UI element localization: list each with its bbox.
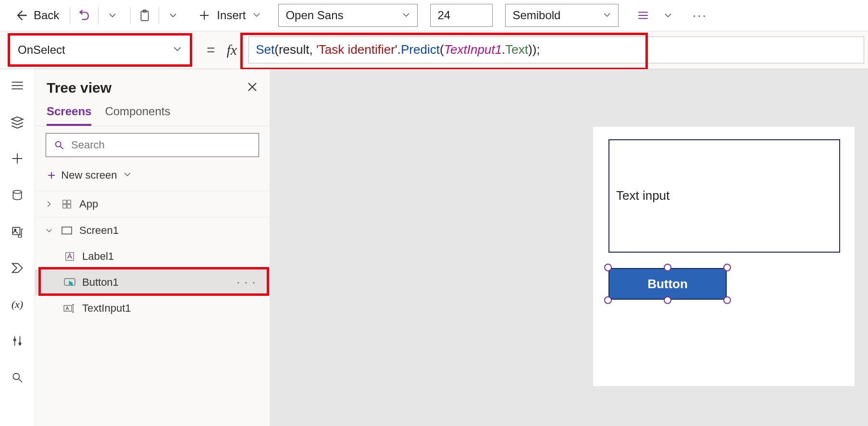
svg-rect-8 <box>67 200 71 204</box>
new-screen-button[interactable]: + New screen <box>35 164 270 191</box>
search-rail-button[interactable] <box>8 368 27 387</box>
node-more-button[interactable]: · · · <box>236 276 256 289</box>
chevron-down-icon <box>173 43 182 57</box>
chevron-down-icon <box>123 169 132 182</box>
tree-node-label: Button1 <box>82 276 119 289</box>
formula-bar: OnSelect = fx Set(result, 'Task identifi… <box>0 31 868 69</box>
svg-rect-10 <box>67 205 71 208</box>
align-dropdown[interactable] <box>660 7 676 24</box>
svg-point-6 <box>56 142 61 147</box>
tree-node-app[interactable]: App <box>35 191 270 217</box>
tree-node-screen1[interactable]: Screen1 <box>35 217 270 243</box>
font-weight-select[interactable]: Semibold <box>505 4 619 27</box>
tree-view-panel: Tree view Screens Components + New scree… <box>35 69 270 426</box>
back-button[interactable]: Back <box>10 6 64 25</box>
tree-search[interactable] <box>46 133 259 157</box>
ellipsis-icon: ··· <box>693 8 707 23</box>
button-label: Button <box>647 277 688 292</box>
canvas-button[interactable]: Button <box>608 268 727 300</box>
back-label: Back <box>34 9 59 22</box>
font-size-value: 24 <box>437 9 450 22</box>
tree-title: Tree view <box>47 80 112 96</box>
property-selector[interactable]: OnSelect <box>9 34 191 66</box>
svg-rect-3 <box>12 227 20 234</box>
canvas-screen[interactable]: Text input Button <box>593 127 855 386</box>
plus-icon: + <box>48 168 55 183</box>
tree-view-button[interactable] <box>8 112 27 132</box>
undo-button[interactable] <box>76 7 92 24</box>
divider <box>159 7 159 24</box>
tree-node-label: Label1 <box>82 250 114 263</box>
svg-rect-7 <box>63 200 66 204</box>
arrow-left-icon <box>14 9 28 22</box>
fx-icon[interactable]: fx <box>227 42 237 58</box>
label-icon <box>63 251 76 262</box>
canvas-button-selection[interactable]: Button <box>608 268 727 300</box>
resize-handle-tr[interactable] <box>723 264 731 271</box>
svg-rect-9 <box>63 205 66 208</box>
hamburger-button[interactable] <box>8 76 27 95</box>
chevron-down-icon <box>252 9 261 22</box>
divider <box>130 7 131 24</box>
paste-button[interactable] <box>136 7 153 24</box>
main-area: (x) Tree view Screens Components + <box>0 69 868 426</box>
equals-sign: = <box>207 42 215 58</box>
resize-handle-bc[interactable] <box>664 296 671 304</box>
media-button[interactable] <box>8 222 27 241</box>
align-button[interactable] <box>635 7 651 24</box>
app-icon <box>60 199 74 209</box>
data-button[interactable] <box>8 185 27 205</box>
textinput-icon <box>63 304 76 313</box>
paste-dropdown[interactable] <box>165 7 181 24</box>
chevron-down-icon <box>44 227 54 234</box>
screen-icon <box>60 226 74 235</box>
top-toolbar: Back Insert Open Sans 24 Semibold <box>0 0 868 31</box>
tree-node-label1[interactable]: Label1 <box>35 243 270 269</box>
canvas-textinput[interactable]: Text input <box>608 139 840 253</box>
tab-screens[interactable]: Screens <box>47 105 91 126</box>
tree-node-label: Screen1 <box>79 224 119 237</box>
power-automate-button[interactable] <box>8 258 27 278</box>
font-weight-value: Semibold <box>512 9 560 22</box>
chevron-down-icon <box>402 9 410 22</box>
tab-components[interactable]: Components <box>105 105 170 126</box>
undo-dropdown[interactable] <box>104 7 121 24</box>
font-family-select[interactable]: Open Sans <box>278 4 418 27</box>
tree-node-textinput1[interactable]: TextInput1 <box>35 295 270 321</box>
close-icon <box>247 81 258 93</box>
tree-node-label: App <box>79 198 98 210</box>
insert-rail-button[interactable] <box>8 149 27 168</box>
divider <box>70 7 70 24</box>
insert-button[interactable]: Insert <box>194 6 266 25</box>
formula-input[interactable]: Set(result, 'Task identifier'.Predict(Te… <box>248 37 864 63</box>
tools-button[interactable] <box>8 331 27 351</box>
resize-handle-tl[interactable] <box>604 264 612 271</box>
svg-point-2 <box>13 190 21 194</box>
close-panel-button[interactable] <box>247 81 258 95</box>
svg-point-5 <box>13 373 19 379</box>
more-button[interactable]: ··· <box>692 7 708 24</box>
tree-list: App Screen1 Label1 <box>35 191 270 426</box>
chevron-down-icon <box>603 9 611 22</box>
tree-tabs: Screens Components <box>35 101 270 126</box>
resize-handle-bl[interactable] <box>604 296 612 304</box>
tree-node-button1[interactable]: Button1 · · · <box>35 269 270 295</box>
divider <box>98 7 99 24</box>
tree-search-input[interactable] <box>71 139 251 151</box>
new-screen-label: New screen <box>61 169 117 182</box>
font-size-select[interactable]: 24 <box>430 4 493 27</box>
resize-handle-br[interactable] <box>723 296 731 304</box>
chevron-right-icon <box>44 200 54 208</box>
canvas[interactable]: Text input Button <box>270 69 868 426</box>
property-value: OnSelect <box>18 43 65 57</box>
plus-icon <box>198 10 210 21</box>
button-icon <box>63 278 76 287</box>
formula-text: Set(result, 'Task identifier'.Predict(Te… <box>256 42 540 58</box>
resize-handle-tc[interactable] <box>664 264 671 271</box>
variables-button[interactable]: (x) <box>8 295 27 314</box>
search-icon <box>54 140 64 150</box>
insert-label: Insert <box>217 9 246 22</box>
svg-rect-11 <box>62 227 72 234</box>
font-family-value: Open Sans <box>285 9 343 22</box>
textinput-value: Text input <box>616 188 670 203</box>
